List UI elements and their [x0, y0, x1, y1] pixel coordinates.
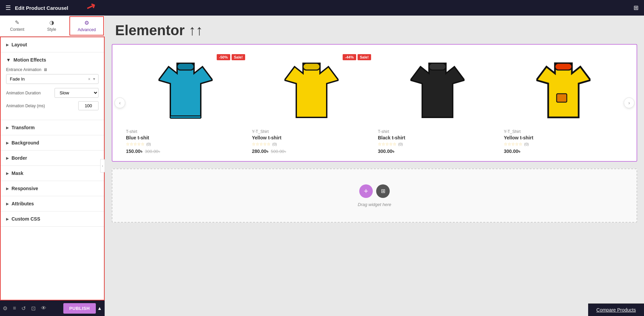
- tab-content[interactable]: ✎ Content: [0, 16, 35, 36]
- page-header: Elementor ↑↑: [112, 22, 637, 39]
- grid-icon[interactable]: ⊞: [634, 4, 639, 12]
- badge-sale-2: Sale!: [358, 54, 371, 60]
- add-widget-button[interactable]: +: [359, 184, 373, 198]
- mask-chevron: ▶: [6, 172, 9, 175]
- tab-style[interactable]: ◑ Style: [35, 16, 69, 36]
- panel-bottom-bar: ⚙ ≡ ↺ ⊡ 👁 PUBLISH ▲: [0, 300, 105, 316]
- animation-delay-input[interactable]: [78, 101, 99, 110]
- product-name-3: Black t-shirt: [378, 135, 497, 140]
- section-attributes[interactable]: ▶ Attributes: [1, 196, 104, 211]
- svg-rect-12: [555, 63, 572, 70]
- publish-button[interactable]: PUBLISH: [63, 303, 96, 314]
- section-border[interactable]: ▶ Border: [1, 151, 104, 166]
- motion-effects-header[interactable]: ▼ Motion Effects: [1, 52, 104, 67]
- animation-duration-row: Animation Duration Slow Normal Fast: [6, 88, 99, 98]
- red-arrow-indicator: ↗: [84, 0, 97, 14]
- section-motion-effects: ▼ Motion Effects Entrance Animation 🖥 Fa…: [1, 52, 104, 120]
- product-stars-2: ☆☆☆☆☆ (0): [252, 142, 371, 146]
- carousel-prev-button[interactable]: ‹: [114, 97, 125, 108]
- product-stars-1: ☆☆☆☆☆ (0): [126, 142, 245, 146]
- svg-rect-4: [170, 116, 201, 118]
- section-responsive[interactable]: ▶ Responsive: [1, 181, 104, 196]
- product-image-1: [158, 57, 213, 121]
- product-name-4: Yellow t-shirt: [504, 135, 623, 140]
- product-price-3: 300.00৳: [378, 149, 497, 154]
- animation-duration-select[interactable]: Slow Normal Fast: [55, 88, 99, 98]
- monitor-icon: 🖥: [43, 67, 47, 72]
- section-layout[interactable]: ▶ Layout: [1, 37, 104, 52]
- product-name-1: Blue t-shit: [126, 135, 245, 140]
- product-card-3: T-shirt Black t-shirt ☆☆☆☆☆ (0) 300.00৳: [378, 51, 497, 154]
- drop-zone-text: Drag widget here: [358, 202, 391, 207]
- products-grid: -50% Sale! T-shirt Blue t-shit: [126, 51, 623, 154]
- svg-marker-5: [284, 63, 339, 117]
- badge-discount-2: -44%: [343, 54, 356, 60]
- product-price-4: 300.00৳: [504, 149, 623, 154]
- panel-content: ▶ Layout ▼ Motion Effects Entrance Anima…: [0, 37, 105, 300]
- svg-rect-6: [303, 63, 320, 70]
- entrance-animation-label: Entrance Animation 🖥: [6, 67, 99, 72]
- product-card-4: Y-T_Shirt Yellow t-shirt ☆☆☆☆☆ (0) 300.0…: [504, 51, 623, 154]
- svg-rect-1: [177, 63, 194, 70]
- select-arrow-icon: ▼: [92, 77, 96, 81]
- product-carousel: ‹ › -50% Sale!: [112, 44, 637, 162]
- drop-zone: + ⊞ Drag widget here: [112, 168, 637, 223]
- content-icon: ✎: [15, 19, 19, 26]
- responsive-icon[interactable]: ⊡: [31, 305, 36, 312]
- entrance-animation-row: Entrance Animation 🖥 Fade In Fade Out Sl…: [6, 67, 99, 84]
- section-custom-css[interactable]: ▶ Custom CSS: [1, 211, 104, 227]
- history-icon[interactable]: ↺: [21, 305, 26, 312]
- product-category-1: T-shirt: [126, 129, 245, 134]
- product-category-4: Y-T_Shirt: [504, 129, 623, 134]
- select-clear-icon[interactable]: ×: [88, 77, 90, 82]
- motion-chevron-down: ▼: [6, 57, 11, 63]
- panel-tabs: ✎ Content ◑ Style ⚙ Advanced: [0, 16, 105, 37]
- tab-advanced[interactable]: ⚙ Advanced: [69, 16, 104, 36]
- style-icon: ◑: [49, 19, 54, 26]
- compare-products-bar[interactable]: Compare Products: [588, 303, 644, 316]
- settings-icon[interactable]: ⚙: [3, 305, 7, 312]
- product-stars-4: ☆☆☆☆☆ (0): [504, 142, 623, 146]
- gear-icon: ⚙: [84, 20, 89, 26]
- motion-effects-body: Entrance Animation 🖥 Fade In Fade Out Sl…: [1, 67, 104, 120]
- section-transform[interactable]: ▶ Transform: [1, 120, 104, 135]
- attributes-chevron: ▶: [6, 202, 9, 206]
- svg-marker-0: [158, 63, 213, 117]
- product-image-3: [410, 57, 465, 121]
- product-category-2: Y-T_Shirt: [252, 129, 371, 134]
- svg-marker-9: [410, 63, 465, 117]
- product-image-4: [536, 57, 591, 121]
- svg-marker-11: [536, 63, 591, 117]
- layout-chevron: ▶: [6, 43, 9, 47]
- section-mask[interactable]: ▶ Mask: [1, 166, 104, 181]
- product-card-1: -50% Sale! T-shirt Blue t-shit: [126, 51, 245, 154]
- animation-delay-row: Animation Delay (ms): [6, 101, 99, 110]
- badge-discount-1: -50%: [217, 54, 230, 60]
- border-chevron: ▶: [6, 156, 9, 160]
- top-bar: ☰ Edit Product Carousel ⊞ ↗: [0, 0, 644, 16]
- chevron-up-icon[interactable]: ▲: [97, 306, 102, 311]
- layers-icon[interactable]: ≡: [13, 305, 16, 311]
- product-name-2: Yellow t-shirt: [252, 135, 371, 140]
- hamburger-icon[interactable]: ☰: [5, 4, 11, 12]
- entrance-animation-select[interactable]: Fade In Fade Out Slide In Zoom In: [6, 74, 99, 84]
- product-stars-3: ☆☆☆☆☆ (0): [378, 142, 497, 146]
- panel-collapse-handle[interactable]: ‹: [100, 159, 105, 173]
- product-category-3: T-shirt: [378, 129, 497, 134]
- svg-rect-10: [429, 63, 446, 70]
- responsive-chevron: ▶: [6, 187, 9, 190]
- custom-css-chevron: ▶: [6, 217, 9, 221]
- badge-sale-1: Sale!: [232, 54, 245, 60]
- page-title: Edit Product Carousel: [15, 5, 68, 11]
- eye-icon[interactable]: 👁: [41, 305, 46, 311]
- browse-widget-button[interactable]: ⊞: [376, 184, 390, 198]
- background-chevron: ▶: [6, 141, 9, 145]
- section-background[interactable]: ▶ Background: [1, 135, 104, 151]
- carousel-next-button[interactable]: ›: [624, 97, 635, 108]
- product-price-2: 280.00৳ 500.00৳: [252, 149, 371, 154]
- product-image-2: [284, 57, 339, 121]
- transform-chevron: ▶: [6, 126, 9, 130]
- product-price-1: 150.00৳ 300.00৳: [126, 149, 245, 154]
- right-content: Elementor ↑↑ ‹ › -50% Sale!: [105, 16, 644, 316]
- product-card-2: -44% Sale! Y-T_Shirt Yellow t-shirt: [252, 51, 371, 154]
